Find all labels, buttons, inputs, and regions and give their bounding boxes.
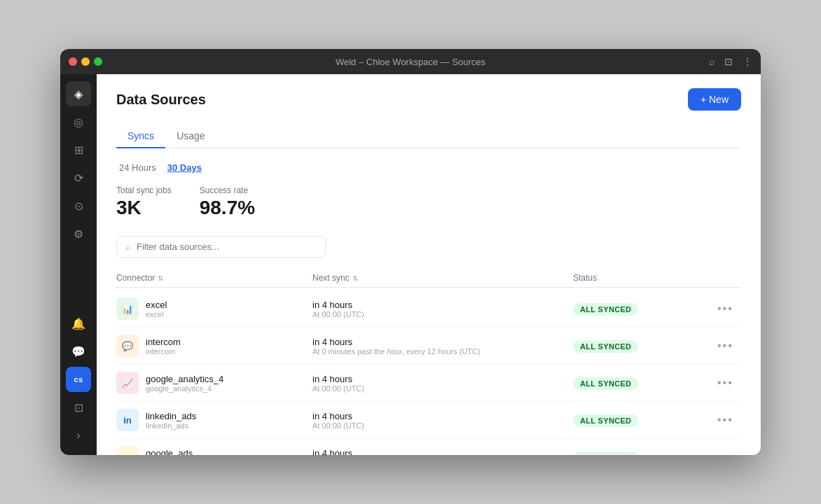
sidebar-item-sources[interactable]: ⊞ bbox=[66, 137, 91, 162]
sidebar-bottom: 🔔 💬 cs ⊡ › bbox=[66, 311, 91, 448]
search-input[interactable] bbox=[137, 241, 317, 252]
connector-name: google_ads bbox=[146, 448, 193, 456]
analytics-icon: ⊙ bbox=[74, 200, 83, 213]
stat-success-value: 98.7% bbox=[200, 197, 255, 219]
sort-nextsync-icon[interactable]: ⇅ bbox=[352, 274, 358, 282]
sync-detail: At 00:00 (UTC) bbox=[312, 384, 573, 393]
sync-detail: At 0 minutes past the hour, every 12 hou… bbox=[312, 347, 573, 356]
sidebar-item-chevron[interactable]: › bbox=[66, 423, 91, 448]
table-row[interactable]: ▲ google_ads google_ads in 4 hours At 00… bbox=[116, 439, 741, 455]
sort-connector-icon[interactable]: ⇅ bbox=[158, 274, 163, 282]
connector-name: intercom bbox=[146, 337, 181, 347]
chevron-right-icon: › bbox=[76, 429, 80, 442]
more-button[interactable]: ••• bbox=[713, 412, 738, 428]
connector-cell: 💬 intercom intercom bbox=[116, 335, 312, 357]
sync-time: in 4 hours bbox=[312, 337, 573, 347]
period-filter: 24 Hours 30 Days bbox=[116, 161, 741, 174]
new-button[interactable]: + New bbox=[688, 88, 741, 111]
sidebar-item-export[interactable]: ⊡ bbox=[66, 395, 91, 420]
connector-cell: 📈 google_analytics_4 google_analytics_4 bbox=[116, 372, 312, 394]
actions-cell: ••• bbox=[713, 338, 741, 354]
traffic-lights bbox=[69, 57, 102, 66]
sidebar-item-logo[interactable]: ◈ bbox=[66, 81, 91, 106]
sync-detail: At 00:00 (UTC) bbox=[312, 421, 573, 430]
table-row[interactable]: 📈 google_analytics_4 google_analytics_4 … bbox=[116, 365, 741, 402]
more-button[interactable]: ••• bbox=[713, 375, 738, 391]
stat-success-rate: Success rate 98.7% bbox=[200, 186, 255, 219]
next-sync-cell: in 4 hours At 00:00 (UTC) bbox=[312, 374, 573, 393]
connector-cell: 📊 excel excel bbox=[116, 298, 312, 320]
status-cell: ALL SYNCED bbox=[573, 302, 713, 316]
logo-icon: ◈ bbox=[74, 88, 83, 101]
header-actions bbox=[713, 273, 741, 283]
sidebar-item-transforms[interactable]: ⟳ bbox=[66, 165, 91, 190]
actions-cell: ••• bbox=[713, 449, 741, 455]
search-titlebar-icon[interactable]: ⌕ bbox=[709, 56, 715, 67]
stat-total-value: 3K bbox=[116, 197, 172, 219]
connector-name: excel bbox=[146, 300, 167, 310]
status-badge: ALL SYNCED bbox=[573, 340, 638, 353]
main-content: Data Sources + New Syncs Usage 24 Hours … bbox=[97, 74, 761, 455]
period-30d[interactable]: 30 Days bbox=[165, 161, 205, 174]
actions-cell: ••• bbox=[713, 301, 741, 316]
table-row[interactable]: 💬 intercom intercom in 4 hours At 0 minu… bbox=[116, 328, 741, 365]
maximize-button[interactable] bbox=[94, 57, 102, 66]
transforms-icon: ⟳ bbox=[74, 172, 83, 185]
titlebar-actions: ⌕ ⊡ ⋮ bbox=[709, 56, 752, 67]
sidebar-item-analytics[interactable]: ⊙ bbox=[66, 193, 91, 218]
connector-sub: excel bbox=[146, 310, 167, 318]
next-sync-cell: in 4 hours At 00:00 (UTC) bbox=[312, 300, 573, 318]
sync-detail: At 00:00 (UTC) bbox=[312, 310, 573, 318]
more-button[interactable]: ••• bbox=[713, 449, 738, 455]
connector-sub: google_analytics_4 bbox=[146, 384, 223, 393]
sync-time: in 4 hours bbox=[312, 448, 573, 456]
minimize-button[interactable] bbox=[81, 57, 90, 66]
share-icon[interactable]: ⊡ bbox=[724, 56, 733, 67]
more-button[interactable]: ••• bbox=[713, 338, 738, 354]
status-badge: ALL SYNCED bbox=[573, 303, 638, 316]
table-row[interactable]: in linkedin_ads linkedin_ads in 4 hours … bbox=[116, 402, 741, 439]
bell-icon: 🔔 bbox=[71, 317, 85, 330]
app-window: Weld – Chloe Workspace — Sources ⌕ ⊡ ⋮ ◈… bbox=[60, 49, 761, 455]
table-row[interactable]: 📊 excel excel in 4 hours At 00:00 (UTC) … bbox=[116, 290, 741, 328]
sidebar-item-dashboard[interactable]: ◎ bbox=[66, 109, 91, 134]
table-header: Connector ⇅ Next sync ⇅ Status bbox=[116, 269, 741, 288]
tabs-container: Syncs Usage bbox=[116, 125, 741, 148]
sources-icon: ⊞ bbox=[74, 144, 83, 157]
titlebar: Weld – Chloe Workspace — Sources ⌕ ⊡ ⋮ bbox=[60, 49, 761, 74]
stat-total-sync-jobs: Total sync jobs 3K bbox=[116, 186, 172, 219]
next-sync-cell: in 4 hours At 0 minutes past the hour, e… bbox=[312, 337, 573, 356]
search-icon: ⌕ bbox=[125, 241, 131, 252]
status-cell: ALL SYNCED bbox=[573, 340, 713, 353]
stats-row: Total sync jobs 3K Success rate 98.7% bbox=[116, 186, 741, 219]
connector-icon: in bbox=[116, 409, 139, 431]
connector-sub: intercom bbox=[146, 347, 181, 356]
close-button[interactable] bbox=[69, 57, 77, 66]
status-cell: ALL SYNCED bbox=[573, 377, 713, 390]
window-title: Weld – Chloe Workspace — Sources bbox=[336, 57, 485, 67]
settings-icon: ⚙ bbox=[74, 227, 83, 241]
dashboard-icon: ◎ bbox=[74, 115, 83, 129]
connector-icon: ▲ bbox=[116, 446, 139, 455]
sidebar-item-data[interactable]: cs bbox=[66, 367, 91, 392]
page-title: Data Sources bbox=[116, 92, 206, 108]
header-status: Status bbox=[573, 273, 713, 283]
status-badge: ALL SYNCED bbox=[573, 451, 638, 456]
table-body: 📊 excel excel in 4 hours At 00:00 (UTC) … bbox=[116, 290, 741, 455]
connector-icon: 📊 bbox=[116, 298, 139, 320]
chat-icon: 💬 bbox=[71, 345, 85, 358]
connector-name: google_analytics_4 bbox=[146, 374, 223, 384]
status-badge: ALL SYNCED bbox=[573, 414, 638, 427]
sidebar-item-chat[interactable]: 💬 bbox=[66, 339, 91, 364]
sidebar-item-settings[interactable]: ⚙ bbox=[66, 221, 91, 246]
page-header: Data Sources + New bbox=[116, 88, 741, 111]
actions-cell: ••• bbox=[713, 375, 741, 391]
connector-icon: 📈 bbox=[116, 372, 139, 394]
period-24h[interactable]: 24 Hours bbox=[116, 161, 159, 174]
tab-syncs[interactable]: Syncs bbox=[116, 125, 165, 148]
more-button[interactable]: ••• bbox=[713, 301, 738, 316]
tab-usage[interactable]: Usage bbox=[165, 125, 216, 148]
more-titlebar-icon[interactable]: ⋮ bbox=[743, 56, 752, 67]
connector-name: linkedin_ads bbox=[146, 411, 196, 421]
sidebar-item-notifications[interactable]: 🔔 bbox=[66, 311, 91, 336]
